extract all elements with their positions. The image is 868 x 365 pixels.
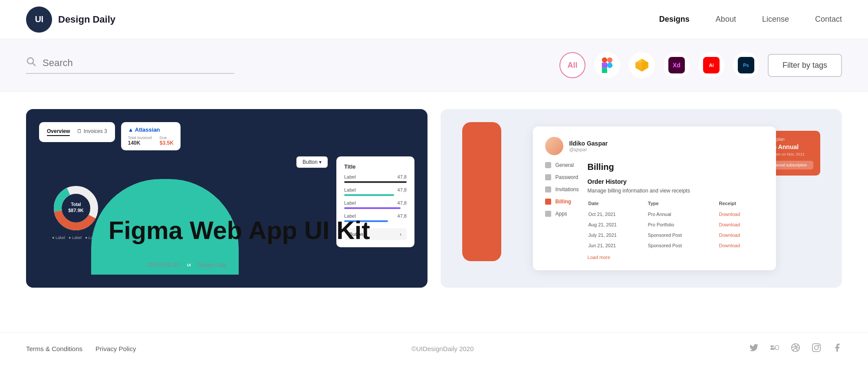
filter-sketch-btn[interactable] xyxy=(629,52,655,78)
svg-rect-2 xyxy=(602,57,607,63)
billing-card: Ildiko Gaspar @igspar General Password xyxy=(533,126,776,270)
table-row: July 21, 2021 Sponsored Post Download xyxy=(589,230,763,240)
svg-line-1 xyxy=(33,63,36,66)
row-date: July 21, 2021 xyxy=(589,230,647,240)
billing-handle: @igspar xyxy=(569,147,608,152)
privacy-link[interactable]: Privacy Policy xyxy=(95,345,136,352)
svg-point-22 xyxy=(814,345,818,349)
figma-kit-title: Figma Web App UI Kit xyxy=(108,216,370,244)
card-right-inner: Ildiko Gaspar @igspar General Password xyxy=(441,109,842,288)
behance-icon[interactable] xyxy=(770,343,779,355)
social-links xyxy=(749,343,842,355)
billing-name: Ildiko Gaspar xyxy=(569,140,608,147)
logo-icon: UI xyxy=(26,7,52,33)
copyright: ©UIDesignDaily 2020 xyxy=(411,345,474,352)
svg-point-23 xyxy=(818,345,819,346)
filter-illustrator-btn[interactable]: Ai xyxy=(698,52,724,78)
table-row: Oct 21, 2021 Pro Annual Download xyxy=(589,209,763,219)
card-left-inner: Overview 🗒 Invoices 3 ▲ Atlassian Total … xyxy=(26,109,427,288)
svg-rect-6 xyxy=(602,68,607,73)
col-receipt: Receipt xyxy=(719,201,763,209)
filter-bar: All Xd Ai xyxy=(0,39,868,92)
phone-decoration xyxy=(462,122,501,261)
order-history-title: Order History xyxy=(588,178,764,185)
svg-text:$87.9K: $87.9K xyxy=(68,208,84,213)
row-type: Sponsored Post xyxy=(648,230,718,240)
instagram-icon[interactable] xyxy=(812,343,821,355)
header: UI Design Daily Designs About License Co… xyxy=(0,0,868,39)
svg-rect-21 xyxy=(812,344,820,352)
row-receipt[interactable]: Download xyxy=(719,230,763,240)
row-date: Jun 21, 2021 xyxy=(589,241,647,250)
col-type: Type xyxy=(648,201,718,209)
svg-rect-3 xyxy=(607,57,612,63)
filter-figma-btn[interactable] xyxy=(594,52,620,78)
row-type: Pro Annual xyxy=(648,209,718,219)
row-type: Pro Portfolio xyxy=(648,220,718,229)
tool-filter-icons: All Xd Ai xyxy=(559,52,842,78)
billing-body: General Password Invitations Billin xyxy=(545,162,764,260)
sidebar-invitations[interactable]: Invitations xyxy=(545,186,579,192)
atlassian-card: ▲ Atlassian Total Invoiced140K Due$3.5K xyxy=(121,122,181,150)
load-more-link[interactable]: Load more xyxy=(588,255,764,260)
card-figma-kit[interactable]: Overview 🗒 Invoices 3 ▲ Atlassian Total … xyxy=(26,109,427,288)
logo-area[interactable]: UI Design Daily xyxy=(26,7,115,33)
svg-point-18 xyxy=(771,346,773,348)
dribbble-icon[interactable] xyxy=(791,343,800,355)
created-logo: UI xyxy=(184,260,194,270)
filter-photoshop-btn[interactable]: Ps xyxy=(733,52,759,78)
billing-header: Ildiko Gaspar @igspar xyxy=(545,137,764,155)
tab-invoices: 🗒 Invoices 3 xyxy=(77,128,107,136)
twitter-icon[interactable] xyxy=(749,343,759,355)
svg-rect-4 xyxy=(602,63,607,68)
nav-about[interactable]: About xyxy=(716,15,736,24)
sidebar-billing[interactable]: Billing xyxy=(545,199,579,205)
table-row: Aug 21, 2021 Pro Portfolio Download xyxy=(589,220,763,229)
facebook-icon[interactable] xyxy=(832,343,842,355)
nav-designs[interactable]: Designs xyxy=(659,15,690,24)
invoices-icon: 🗒 xyxy=(77,128,82,134)
col-date: Date xyxy=(589,201,647,209)
sidebar-general[interactable]: General xyxy=(545,162,579,168)
billing-content: Billing Order History Manage billing inf… xyxy=(588,162,764,260)
billing-section-title: Billing xyxy=(588,162,764,172)
main-nav: Designs About License Contact xyxy=(659,15,842,24)
sidebar-apps[interactable]: Apps xyxy=(545,211,579,217)
filter-tags-button[interactable]: Filter by tags xyxy=(768,54,842,77)
tab-overview: Overview xyxy=(47,128,70,136)
main-content: Overview 🗒 Invoices 3 ▲ Atlassian Total … xyxy=(0,92,868,305)
search-icon xyxy=(26,56,36,70)
footer: Terms & Conditions Privacy Policy ©UIDes… xyxy=(0,332,868,365)
svg-point-7 xyxy=(607,63,612,68)
row-receipt[interactable]: Download xyxy=(719,241,763,250)
filter-all-btn[interactable]: All xyxy=(559,52,585,78)
donut-chart: Total $87.9K ● Label ● Label ● Label xyxy=(52,184,100,240)
svg-rect-17 xyxy=(776,345,779,349)
svg-text:Total: Total xyxy=(71,202,81,207)
billing-sidebar: General Password Invitations Billin xyxy=(545,162,579,260)
table-row: Jun 21, 2021 Sponsored Post Download xyxy=(589,241,763,250)
card-billing[interactable]: Ildiko Gaspar @igspar General Password xyxy=(441,109,842,288)
billing-user-info: Ildiko Gaspar @igspar xyxy=(569,140,608,152)
order-history-sub: Manage billing information and view rece… xyxy=(588,188,764,194)
row-date: Oct 21, 2021 xyxy=(589,209,647,219)
terms-link[interactable]: Terms & Conditions xyxy=(26,345,82,352)
footer-left: Terms & Conditions Privacy Policy xyxy=(26,345,136,352)
created-by: CREATED BY UI Design Daily xyxy=(147,260,227,270)
billing-avatar xyxy=(545,137,563,155)
mock-overview-window: Overview 🗒 Invoices 3 xyxy=(39,122,115,142)
nav-contact[interactable]: Contact xyxy=(815,15,842,24)
search-area xyxy=(26,56,234,74)
row-receipt[interactable]: Download xyxy=(719,220,763,229)
billing-table: Date Type Receipt Oct 21, 2021 Pro Annua… xyxy=(588,200,764,251)
mock-tabs: Overview 🗒 Invoices 3 xyxy=(47,128,107,136)
nav-license[interactable]: License xyxy=(762,15,789,24)
search-input[interactable] xyxy=(43,57,207,69)
filter-xd-btn[interactable]: Xd xyxy=(664,52,690,78)
row-date: Aug 21, 2021 xyxy=(589,220,647,229)
row-type: Sponsored Post xyxy=(648,241,718,250)
brand-name: Design Daily xyxy=(58,14,115,25)
row-receipt[interactable]: Download xyxy=(719,209,763,219)
sidebar-password[interactable]: Password xyxy=(545,174,579,180)
all-label: All xyxy=(567,61,577,70)
